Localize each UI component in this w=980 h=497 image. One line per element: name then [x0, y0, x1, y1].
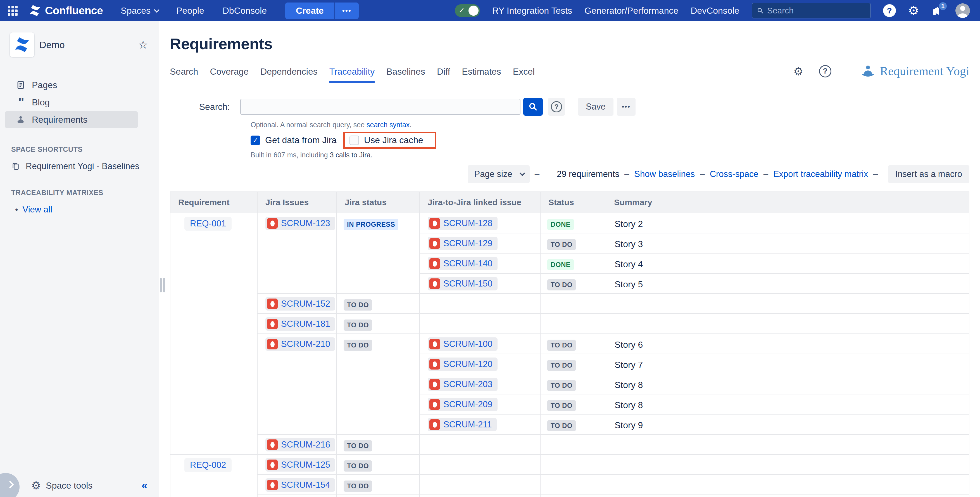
view-all-link[interactable]: View all — [22, 205, 52, 215]
shortcut-ry-baselines[interactable]: Requirement Yogi - Baselines — [11, 161, 159, 171]
get-data-from-jira-checkbox[interactable]: ✓ — [251, 135, 260, 145]
jira-issue-link[interactable]: SCRUM-154 — [266, 478, 335, 492]
page-size-dropdown[interactable]: Page size — [468, 165, 530, 183]
cross-space-link[interactable]: Cross-space — [710, 169, 759, 179]
status-lozenge: TO DO — [547, 239, 576, 250]
query-input[interactable] — [240, 99, 520, 115]
insert-as-macro-button[interactable]: Insert as a macro — [888, 165, 969, 183]
requirement-yogi-icon — [16, 116, 26, 124]
space-header[interactable]: Demo ☆ — [0, 32, 159, 57]
cell-status: TO DO — [540, 273, 606, 293]
matrix-settings-gear-icon[interactable]: ⚙ — [793, 65, 803, 78]
use-jira-cache-checkbox[interactable] — [350, 135, 359, 145]
ry-logo-text: Requirement Yogi — [880, 64, 969, 78]
search-syntax-link[interactable]: search syntax — [366, 121, 410, 129]
cell-summary: Story 2 — [606, 213, 969, 233]
jira-issue-link[interactable]: SCRUM-203 — [428, 378, 498, 391]
show-baselines-link[interactable]: Show baselines — [634, 169, 695, 179]
tab-traceability[interactable]: Traceability — [329, 67, 375, 83]
star-icon[interactable]: ☆ — [138, 38, 148, 51]
save-button[interactable]: Save — [578, 98, 614, 116]
sidebar-item-pages[interactable]: Pages — [5, 76, 138, 93]
sidebar-expand-handle[interactable] — [0, 473, 19, 497]
tab-search[interactable]: Search — [170, 67, 198, 83]
jira-issue-link[interactable]: SCRUM-150 — [428, 277, 498, 290]
nav-generator-performance[interactable]: Generator/Performance — [584, 6, 678, 16]
help-icon[interactable]: ? — [883, 4, 896, 17]
jira-issue-link[interactable]: SCRUM-100 — [428, 338, 498, 351]
requirement-link[interactable]: REQ-001 — [185, 217, 232, 231]
tab-dependencies[interactable]: Dependencies — [260, 67, 318, 83]
matrix-help-icon[interactable]: ? — [819, 65, 831, 77]
settings-gear-icon[interactable]: ⚙ — [908, 5, 919, 17]
avatar[interactable] — [955, 3, 970, 18]
use-jira-cache-option: Use Jira cache — [350, 135, 423, 145]
space-tools-bar[interactable]: ⚙ Space tools « — [0, 474, 159, 497]
nav-people[interactable]: People — [176, 6, 204, 16]
confluence-brand[interactable]: Confluence — [29, 5, 103, 17]
cell-summary — [606, 314, 969, 334]
nav-spaces[interactable]: Spaces — [121, 6, 158, 16]
create-more-button[interactable]: ••• — [334, 3, 359, 19]
jira-issue-link[interactable]: SCRUM-181 — [266, 317, 335, 331]
cell-linked: SCRUM-128 — [420, 213, 540, 233]
jira-issue-link[interactable]: SCRUM-125 — [266, 458, 335, 472]
jira-issue-link[interactable]: SCRUM-120 — [428, 357, 498, 371]
tabs-row: SearchCoverageDependenciesTraceabilityBa… — [170, 64, 969, 83]
cell-jstatus: TO DO — [337, 293, 420, 314]
cell-summary — [606, 454, 969, 475]
jira-issue-link[interactable]: SCRUM-216 — [266, 438, 335, 451]
jira-issue-link[interactable]: SCRUM-152 — [266, 297, 335, 311]
build-status-text: Built in 607 ms, including 3 calls to Ji… — [251, 151, 969, 159]
cell-jstatus: TO DO — [337, 334, 420, 434]
feature-toggle[interactable]: ✓ — [455, 4, 480, 17]
tab-estimates[interactable]: Estimates — [462, 67, 501, 83]
jira-bug-icon — [267, 298, 278, 309]
jira-issue-link[interactable]: SCRUM-123 — [266, 217, 335, 230]
cell-jstatus: TO DO — [337, 475, 420, 495]
sidebar-item-requirements[interactable]: Requirements — [5, 111, 138, 128]
cell-summary: Story 4 — [606, 253, 969, 273]
cell-linked: SCRUM-100 — [420, 334, 540, 354]
nav-ry-integration-tests[interactable]: RY Integration Tests — [492, 6, 572, 16]
jira-issue-link[interactable]: SCRUM-210 — [266, 338, 335, 351]
sidebar-item-blog[interactable]: " Blog — [5, 94, 138, 111]
jira-issue-link[interactable]: SCRUM-209 — [428, 398, 498, 411]
jira-bug-icon — [267, 319, 278, 329]
run-search-button[interactable] — [523, 98, 543, 116]
export-traceability-matrix-link[interactable]: Export traceability matrix — [773, 169, 868, 179]
summary-text: Story 8 — [615, 380, 643, 390]
jira-issue-link[interactable]: SCRUM-129 — [428, 237, 498, 250]
sidebar-collapse-button[interactable]: « — [142, 479, 148, 492]
notifications-icon[interactable]: 1 — [931, 5, 943, 16]
cell-requirement: REQ-002 — [170, 454, 257, 497]
requirement-link[interactable]: REQ-002 — [185, 458, 232, 472]
cell-linked — [420, 293, 540, 314]
global-search[interactable] — [752, 3, 871, 18]
tab-coverage[interactable]: Coverage — [210, 67, 249, 83]
jira-issue-link[interactable]: SCRUM-140 — [428, 257, 498, 270]
traceability-table-wrap: RequirementJira IssuesJira statusJira-to… — [170, 191, 969, 497]
nav-devconsole[interactable]: DevConsole — [690, 6, 739, 16]
summary-text: Story 9 — [615, 420, 643, 430]
jira-issue-link[interactable]: SCRUM-211 — [428, 418, 497, 431]
tab-diff[interactable]: Diff — [437, 67, 450, 83]
jira-bug-icon — [430, 419, 440, 430]
chevron-right-icon — [6, 481, 14, 489]
global-search-input[interactable] — [767, 6, 866, 15]
create-button[interactable]: Create — [285, 3, 334, 19]
tab-baselines[interactable]: Baselines — [387, 67, 425, 83]
search-help-button[interactable]: ? — [548, 98, 565, 116]
summary-text: Story 3 — [615, 239, 643, 249]
jira-issue-link[interactable]: SCRUM-128 — [428, 217, 498, 230]
check-icon: ✓ — [459, 6, 465, 14]
cell-summary: Story 7 — [606, 354, 969, 374]
more-options-button[interactable]: ••• — [617, 98, 636, 116]
nav-dbconsole[interactable]: DbConsole — [223, 6, 267, 16]
status-lozenge: TO DO — [547, 420, 576, 431]
app-switcher-icon[interactable] — [8, 6, 18, 16]
jira-bug-icon — [430, 359, 440, 370]
tab-excel[interactable]: Excel — [513, 67, 535, 83]
requirement-yogi-logo[interactable]: Requirement Yogi — [860, 64, 969, 78]
get-data-from-jira-option: ✓ Get data from Jira — [251, 135, 337, 145]
